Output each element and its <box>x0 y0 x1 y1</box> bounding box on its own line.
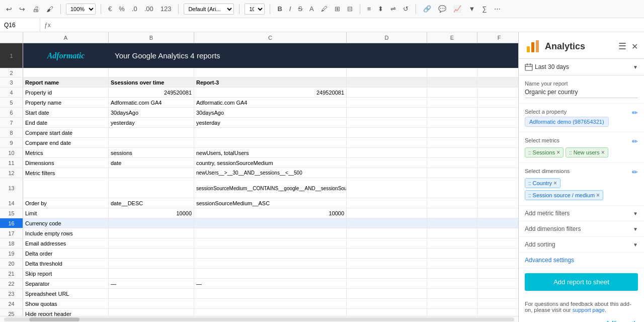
table-row[interactable]: 13 sessionSourceMedium__CONTAINS__google… <box>0 178 518 198</box>
table-row[interactable]: 5 Property name Adformatic.com GA4 Adfor… <box>0 98 518 108</box>
rotate-button[interactable]: ↺ <box>401 4 411 14</box>
cell-d18[interactable] <box>347 238 427 248</box>
cell-d13[interactable] <box>347 178 427 198</box>
cell-d16[interactable] <box>347 218 427 228</box>
cell-f2[interactable] <box>477 68 518 77</box>
cell-e20[interactable] <box>427 259 477 268</box>
metric-tag-new-users-remove[interactable]: × <box>601 149 605 156</box>
table-row[interactable]: 4 Property id 249520081 249520081 <box>0 88 518 98</box>
cell-b19[interactable] <box>109 249 194 258</box>
zoom-select[interactable]: 100% <box>66 4 96 15</box>
property-edit-icon[interactable]: ✏ <box>632 109 638 117</box>
print-button[interactable]: 🖨 <box>30 4 41 14</box>
report-name-value[interactable]: Organic per country <box>525 89 638 98</box>
cell-a16[interactable]: Currency code <box>23 218 109 228</box>
cell-c24[interactable] <box>194 299 347 308</box>
cell-d22[interactable] <box>347 279 427 288</box>
cell-f23[interactable] <box>477 289 518 298</box>
cell-f3[interactable] <box>477 77 518 87</box>
cell-d25[interactable] <box>347 309 427 316</box>
cell-c12[interactable]: newUsers__>__30__AND__sessions__<__500 <box>194 168 347 178</box>
advanced-settings-link[interactable]: Advanced settings <box>525 257 574 264</box>
redo-button[interactable]: ↪ <box>17 4 27 14</box>
cell-c15[interactable]: 10000 <box>194 208 347 218</box>
cell-c9[interactable] <box>194 138 347 147</box>
cell-a10[interactable]: Metrics <box>23 148 109 157</box>
cell-a23[interactable]: Spreadsheet URL <box>23 289 109 298</box>
sorting-row[interactable]: Add sorting ▼ <box>519 237 644 253</box>
cell-a9[interactable]: Compare end date <box>23 138 109 147</box>
cell-b7[interactable]: yesterday <box>109 118 194 127</box>
table-row[interactable]: 3 Report name Ssessions over time Report… <box>0 77 518 88</box>
cell-d4[interactable] <box>347 88 427 97</box>
cell-c16[interactable] <box>194 218 347 228</box>
dimensions-edit-icon[interactable]: ✏ <box>632 168 638 176</box>
date-range-chevron-icon[interactable]: ▼ <box>633 64 638 70</box>
cell-c3[interactable]: Report-3 <box>194 77 347 87</box>
cell-d11[interactable] <box>347 158 427 168</box>
cell-d23[interactable] <box>347 289 427 298</box>
cell-b9[interactable] <box>109 138 194 147</box>
cell-f14[interactable] <box>477 198 518 208</box>
cell-b11[interactable]: date <box>109 158 194 168</box>
horizontal-scrollbar[interactable] <box>0 316 518 322</box>
col-header-c[interactable]: C <box>194 32 347 43</box>
cell-b21[interactable] <box>109 269 194 278</box>
cell-d5[interactable] <box>347 98 427 107</box>
table-row[interactable]: 19 Delta order <box>0 249 518 259</box>
table-row[interactable]: 23 Spreadsheet URL <box>0 289 518 299</box>
cell-e19[interactable] <box>427 249 477 258</box>
cell-c8[interactable] <box>194 128 347 137</box>
cell-f17[interactable] <box>477 228 518 238</box>
table-row[interactable]: 11 Dimensions date country, sessionSourc… <box>0 158 518 168</box>
cell-c7[interactable]: yesterday <box>194 118 347 127</box>
cell-a15[interactable]: Limit <box>23 208 109 218</box>
col-header-b[interactable]: B <box>109 32 194 43</box>
cell-f15[interactable] <box>477 208 518 218</box>
decimal-0-button[interactable]: .0 <box>130 4 139 14</box>
cell-c25[interactable] <box>194 309 347 316</box>
cell-e15[interactable] <box>427 208 477 218</box>
function-button[interactable]: ∑ <box>480 4 489 14</box>
expand-button[interactable]: ⋯ <box>492 4 503 14</box>
highlight-button[interactable]: 🖊 <box>319 4 330 14</box>
cell-e14[interactable] <box>427 198 477 208</box>
cell-e22[interactable] <box>427 279 477 288</box>
cell-b13[interactable] <box>109 178 194 198</box>
table-row[interactable]: 17 Include empty rows <box>0 228 518 238</box>
cell-reference-input[interactable]: Q16 <box>0 18 40 32</box>
cell-a3[interactable]: Report name <box>23 77 109 87</box>
cell-f9[interactable] <box>477 138 518 147</box>
table-row[interactable]: 14 Order by date__DESC sessionSourceMedi… <box>0 198 518 208</box>
cell-e12[interactable] <box>427 168 477 178</box>
cell-e8[interactable] <box>427 128 477 137</box>
cell-f20[interactable] <box>477 259 518 268</box>
cell-c11[interactable]: country, sessionSourceMedium <box>194 158 347 168</box>
advanced-settings-row[interactable]: Advanced settings <box>519 253 644 268</box>
dimension-filters-row[interactable]: Add dimension filters ▼ <box>519 221 644 237</box>
metric-filters-row[interactable]: Add metric filters ▼ <box>519 206 644 221</box>
cell-b22[interactable]: — <box>109 279 194 288</box>
cell-d8[interactable] <box>347 128 427 137</box>
font-size-select[interactable]: 10 <box>245 4 265 15</box>
wrap-button[interactable]: ⇌ <box>388 4 398 14</box>
metric-tag-sessions[interactable]: :: Sessions × <box>525 147 564 157</box>
cell-f6[interactable] <box>477 108 518 117</box>
cell-e4[interactable] <box>427 88 477 97</box>
cell-f5[interactable] <box>477 98 518 107</box>
metrics-edit-icon[interactable]: ✏ <box>632 137 638 145</box>
cell-e17[interactable] <box>427 228 477 238</box>
cell-b17[interactable] <box>109 228 194 238</box>
cell-d12[interactable] <box>347 168 427 178</box>
undo-button[interactable]: ↩ <box>4 4 14 14</box>
cell-a14[interactable]: Order by <box>23 198 109 208</box>
cell-a22[interactable]: Separator <box>23 279 109 288</box>
dimension-tag-session-source[interactable]: :: Session source / medium × <box>525 190 603 200</box>
table-row[interactable]: 24 Show quotas <box>0 299 518 309</box>
cell-d6[interactable] <box>347 108 427 117</box>
col-header-f[interactable]: F <box>477 32 518 43</box>
table-row[interactable]: 16 Currency code <box>0 218 518 228</box>
cell-e5[interactable] <box>427 98 477 107</box>
cell-e13[interactable] <box>427 178 477 198</box>
cell-c21[interactable] <box>194 269 347 278</box>
